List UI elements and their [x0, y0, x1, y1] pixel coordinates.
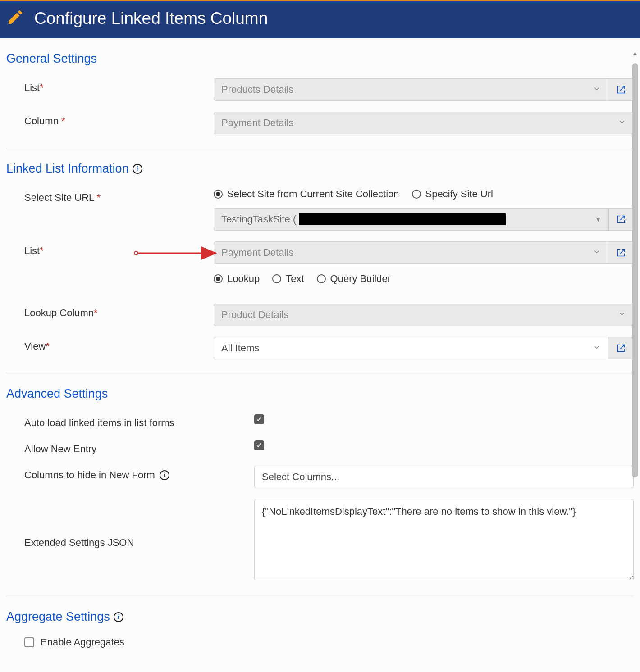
site-select[interactable]: TestingTaskSite ( /sites/NehaTraining/Te… [214, 208, 608, 231]
pencil-icon [6, 8, 24, 28]
view-select[interactable]: All Items [214, 337, 608, 359]
view-label: View [24, 341, 46, 352]
vertical-scrollbar[interactable]: ▲ ▼ [630, 50, 640, 662]
radio-icon [272, 274, 281, 283]
section-heading-linked: Linked List Information [6, 162, 634, 176]
allow-new-checkbox[interactable] [254, 440, 264, 450]
columns-hide-label: Columns to hide in New Form [24, 469, 155, 481]
radio-mode-query-builder[interactable]: Query Builder [317, 273, 391, 285]
divider [6, 596, 634, 596]
enable-aggregates-checkbox[interactable] [24, 637, 34, 647]
section-heading-aggregate: Aggregate Settings [6, 610, 634, 624]
dialog-title: Configure Linked Items Column [34, 9, 268, 28]
info-icon[interactable] [160, 470, 169, 480]
radio-icon [214, 274, 223, 283]
column-select[interactable]: Payment Details [214, 112, 634, 134]
radio-site-specify[interactable]: Specify Site Url [412, 188, 493, 200]
radio-icon [317, 274, 326, 283]
divider [6, 373, 634, 373]
dialog-header: Configure Linked Items Column [0, 0, 640, 38]
lookup-column-select[interactable]: Product Details [214, 304, 634, 326]
extended-json-label: Extended Settings JSON [24, 537, 134, 548]
section-heading-general: General Settings [6, 52, 634, 66]
lookup-column-label: Lookup Column [24, 307, 94, 318]
list-select[interactable]: Products Details [214, 78, 608, 101]
scroll-up-icon[interactable]: ▲ [632, 50, 638, 57]
allow-new-label: Allow New Entry [24, 443, 96, 454]
chevron-down-icon [593, 84, 601, 95]
autoload-checkbox[interactable] [254, 414, 264, 424]
radio-site-current[interactable]: Select Site from Current Site Collection [214, 188, 399, 200]
linked-list-select[interactable]: Payment Details [214, 241, 608, 264]
info-icon[interactable] [114, 612, 123, 622]
chevron-down-icon [593, 342, 601, 354]
column-label: Column [24, 115, 59, 127]
autoload-label: Auto load linked items in list forms [24, 417, 174, 428]
radio-icon [214, 190, 223, 199]
chevron-down-icon [593, 247, 601, 259]
columns-hide-select[interactable]: Select Columns... [254, 466, 634, 488]
section-heading-advanced: Advanced Settings [6, 387, 634, 401]
radio-mode-lookup[interactable]: Lookup [214, 273, 260, 285]
list-label: List [24, 82, 40, 93]
radio-mode-text[interactable]: Text [272, 273, 304, 285]
info-icon[interactable] [133, 164, 142, 174]
linked-list-label: List [24, 245, 40, 256]
scroll-thumb[interactable] [632, 63, 638, 477]
extended-json-textarea[interactable] [254, 499, 634, 580]
chevron-down-icon [618, 309, 626, 321]
enable-aggregates-label: Enable Aggregates [41, 636, 124, 648]
caret-down-icon: ▼ [595, 216, 601, 223]
site-url-label: Select Site URL [24, 192, 94, 203]
redacted-text: /sites/NehaTraining/TestingTaskSite) (th… [299, 213, 505, 225]
chevron-down-icon [618, 117, 626, 129]
divider [6, 148, 634, 148]
radio-icon [412, 190, 421, 199]
